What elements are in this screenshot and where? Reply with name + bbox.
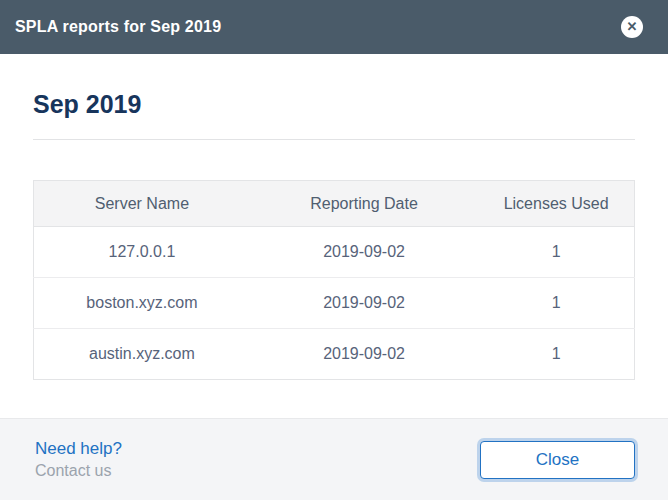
close-button[interactable]: Close [480, 441, 635, 479]
cell-server-name: boston.xyz.com [34, 278, 250, 329]
cell-reporting-date: 2019-09-02 [250, 227, 478, 278]
cell-licenses-used: 1 [478, 278, 634, 329]
table-row: austin.xyz.com 2019-09-02 1 [34, 329, 635, 380]
modal-body: Sep 2019 Server Name Reporting Date Lice… [0, 54, 668, 418]
cell-licenses-used: 1 [478, 227, 634, 278]
cell-reporting-date: 2019-09-02 [250, 329, 478, 380]
column-header-reporting-date: Reporting Date [250, 181, 478, 227]
need-help-link[interactable]: Need help? [35, 439, 122, 459]
help-block: Need help? Contact us [35, 439, 122, 480]
close-icon[interactable]: ✕ [621, 16, 643, 38]
table-row: 127.0.0.1 2019-09-02 1 [34, 227, 635, 278]
table-header-row: Server Name Reporting Date Licenses Used [34, 181, 635, 227]
close-x-glyph: ✕ [627, 16, 638, 38]
cell-licenses-used: 1 [478, 329, 634, 380]
contact-us-text: Contact us [35, 462, 122, 480]
modal-header: SPLA reports for Sep 2019 ✕ [0, 0, 668, 54]
cell-reporting-date: 2019-09-02 [250, 278, 478, 329]
cell-server-name: austin.xyz.com [34, 329, 250, 380]
column-header-licenses-used: Licenses Used [478, 181, 634, 227]
cell-server-name: 127.0.0.1 [34, 227, 250, 278]
table-row: boston.xyz.com 2019-09-02 1 [34, 278, 635, 329]
month-heading: Sep 2019 [33, 90, 635, 119]
column-header-server-name: Server Name [34, 181, 250, 227]
modal-footer: Need help? Contact us Close [0, 418, 668, 500]
spla-report-table: Server Name Reporting Date Licenses Used… [33, 180, 635, 380]
spla-reports-modal: SPLA reports for Sep 2019 ✕ Sep 2019 Ser… [0, 0, 668, 500]
heading-divider [33, 139, 635, 140]
modal-title: SPLA reports for Sep 2019 [15, 18, 221, 36]
